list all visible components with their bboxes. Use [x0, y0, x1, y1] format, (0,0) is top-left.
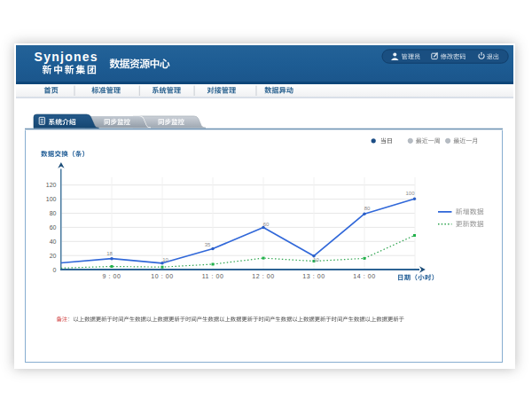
- svg-text:10: 10: [162, 257, 168, 262]
- svg-text:10 : 00: 10 : 00: [151, 273, 173, 279]
- svg-text:9 : 00: 9 : 00: [103, 273, 121, 279]
- svg-text:80: 80: [50, 210, 57, 216]
- svg-text:18: 18: [106, 251, 113, 256]
- svg-text:Synjones: Synjones: [35, 50, 98, 64]
- svg-text:0: 0: [53, 267, 57, 273]
- svg-text:120: 120: [46, 182, 57, 188]
- svg-text:12 : 00: 12 : 00: [252, 273, 274, 279]
- svg-text:80: 80: [364, 206, 371, 211]
- svg-text:60: 60: [50, 224, 57, 231]
- svg-text:10: 10: [313, 257, 319, 262]
- svg-text:35: 35: [205, 242, 211, 247]
- svg-text:20: 20: [50, 253, 57, 259]
- svg-text:11 : 00: 11 : 00: [202, 273, 224, 279]
- svg-text:14 : 00: 14 : 00: [353, 273, 375, 279]
- svg-text:13 : 00: 13 : 00: [302, 273, 325, 279]
- svg-text:100: 100: [405, 191, 415, 196]
- svg-text:60: 60: [263, 222, 270, 227]
- svg-text:100: 100: [46, 196, 57, 202]
- svg-text:40: 40: [50, 239, 57, 245]
